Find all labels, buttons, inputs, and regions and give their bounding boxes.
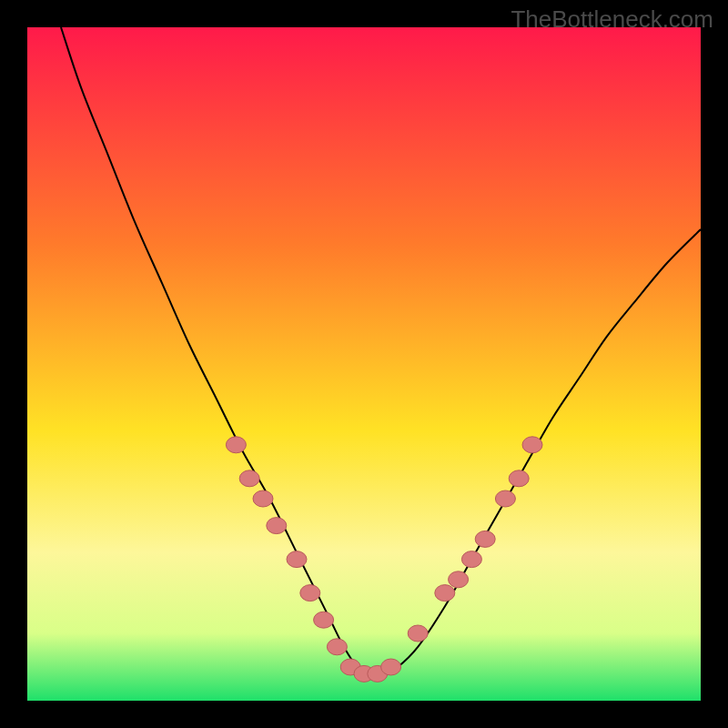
chart-frame: TheBottleneck.com	[0, 0, 728, 728]
data-marker	[522, 437, 542, 453]
data-marker	[327, 639, 347, 655]
bottleneck-curve	[27, 27, 701, 701]
data-marker	[509, 470, 529, 487]
data-marker	[495, 490, 515, 507]
data-marker	[408, 625, 428, 642]
data-marker	[239, 470, 259, 487]
data-marker	[314, 612, 334, 628]
data-marker	[287, 551, 307, 568]
plot-area	[27, 27, 701, 701]
data-marker	[449, 571, 469, 588]
data-marker	[435, 585, 455, 602]
curve-path	[61, 27, 701, 674]
watermark-text: TheBottleneck.com	[511, 5, 713, 34]
data-marker	[381, 659, 401, 675]
data-marker	[226, 437, 246, 453]
data-marker	[475, 531, 495, 547]
data-marker	[300, 585, 320, 602]
data-marker	[461, 551, 481, 568]
data-marker	[253, 490, 273, 507]
data-marker	[267, 518, 287, 534]
